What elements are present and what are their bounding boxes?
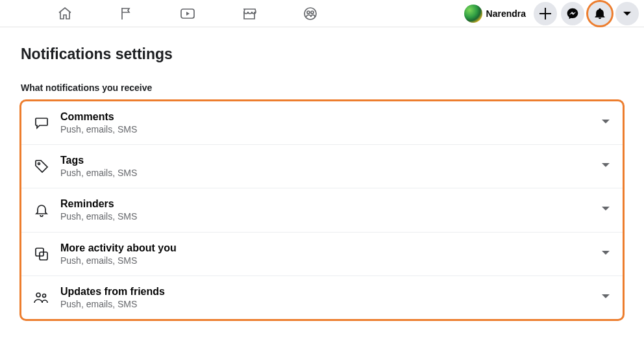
- nav-left: [57, 0, 318, 27]
- chevron-down-icon: [601, 160, 611, 173]
- tag-icon: [33, 158, 50, 175]
- row-title: Updates from friends: [60, 285, 601, 298]
- activity-icon: [33, 246, 50, 262]
- row-sub: Push, emails, SMS: [60, 211, 601, 222]
- page-title: Notifications settings: [21, 45, 623, 63]
- chevron-down-icon: [601, 203, 611, 216]
- groups-icon[interactable]: [303, 0, 318, 27]
- row-sub: Push, emails, SMS: [60, 298, 601, 310]
- svg-point-7: [36, 293, 40, 297]
- content-area: Notifications settings What notification…: [0, 27, 644, 338]
- notifications-button[interactable]: [588, 2, 612, 25]
- account-menu-button[interactable]: [615, 2, 639, 25]
- row-text: More activity about you Push, emails, SM…: [60, 242, 601, 266]
- row-title: More activity about you: [60, 242, 601, 255]
- svg-point-2: [307, 11, 310, 14]
- row-sub: Push, emails, SMS: [60, 255, 601, 266]
- svg-point-1: [304, 8, 316, 19]
- notification-settings-card: Comments Push, emails, SMS Tags Push, em…: [21, 101, 623, 320]
- user-chip[interactable]: Narendra: [464, 5, 526, 23]
- row-more-activity[interactable]: More activity about you Push, emails, SM…: [21, 233, 623, 276]
- comment-icon: [33, 114, 50, 131]
- row-title: Comments: [60, 110, 601, 123]
- user-name: Narendra: [486, 8, 526, 19]
- home-icon[interactable]: [57, 0, 73, 27]
- row-tags[interactable]: Tags Push, emails, SMS: [21, 145, 623, 188]
- bell-icon: [33, 201, 50, 218]
- row-text: Updates from friends Push, emails, SMS: [60, 285, 601, 310]
- watch-icon[interactable]: [179, 0, 196, 27]
- nav-right: Narendra: [464, 2, 639, 25]
- row-text: Tags Push, emails, SMS: [60, 154, 601, 179]
- row-reminders[interactable]: Reminders Push, emails, SMS: [21, 188, 623, 232]
- row-updates-friends[interactable]: Updates from friends Push, emails, SMS: [21, 276, 623, 319]
- messenger-button[interactable]: [561, 2, 584, 25]
- row-sub: Push, emails, SMS: [60, 167, 601, 179]
- chevron-down-icon: [601, 291, 611, 304]
- section-label: What notifications you receive: [21, 83, 623, 93]
- svg-point-3: [311, 11, 314, 14]
- marketplace-icon[interactable]: [242, 0, 257, 27]
- row-sub: Push, emails, SMS: [60, 123, 601, 135]
- svg-point-8: [43, 294, 46, 297]
- avatar: [464, 5, 482, 23]
- row-comments[interactable]: Comments Push, emails, SMS: [21, 101, 623, 145]
- top-nav-bar: Narendra: [0, 0, 644, 27]
- row-text: Reminders Push, emails, SMS: [60, 198, 601, 222]
- row-title: Reminders: [60, 198, 601, 211]
- row-text: Comments Push, emails, SMS: [60, 110, 601, 135]
- friends-icon: [33, 289, 50, 306]
- chevron-down-icon: [601, 116, 611, 129]
- flag-icon[interactable]: [118, 0, 134, 27]
- chevron-down-icon: [601, 248, 611, 261]
- create-button[interactable]: [534, 2, 557, 25]
- svg-point-4: [38, 163, 40, 165]
- row-title: Tags: [60, 154, 601, 167]
